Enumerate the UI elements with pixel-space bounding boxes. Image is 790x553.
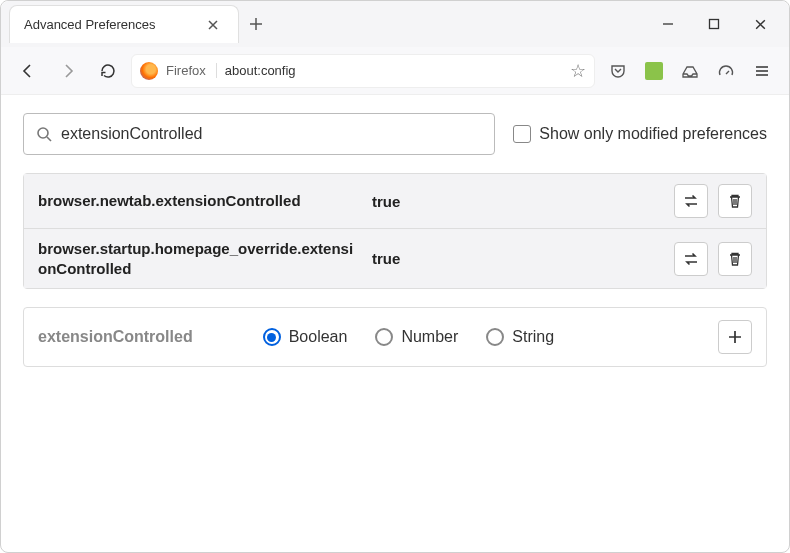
search-row: Show only modified preferences	[23, 113, 767, 155]
gauge-icon[interactable]	[709, 54, 743, 88]
maximize-button[interactable]	[691, 4, 737, 44]
browser-tab[interactable]: Advanced Preferences	[9, 5, 239, 43]
modified-only-label: Show only modified preferences	[539, 125, 767, 143]
type-option-number[interactable]: Number	[375, 328, 458, 346]
pref-name: browser.startup.homepage_override.extens…	[38, 239, 358, 278]
close-window-button[interactable]	[737, 4, 783, 44]
new-tab-button[interactable]	[241, 9, 271, 39]
svg-point-1	[38, 128, 48, 138]
extension-icon[interactable]	[637, 54, 671, 88]
type-label: Boolean	[289, 328, 348, 346]
titlebar: Advanced Preferences	[1, 1, 789, 47]
pref-actions	[674, 242, 752, 276]
close-tab-icon[interactable]	[198, 10, 228, 40]
url-bar[interactable]: Firefox about:config ☆	[131, 54, 595, 88]
tab-title: Advanced Preferences	[24, 17, 190, 32]
radio-icon[interactable]	[263, 328, 281, 346]
pref-actions	[674, 184, 752, 218]
inbox-icon[interactable]	[673, 54, 707, 88]
checkbox-icon[interactable]	[513, 125, 531, 143]
nav-toolbar: Firefox about:config ☆	[1, 47, 789, 95]
toggle-button[interactable]	[674, 184, 708, 218]
pref-row[interactable]: browser.startup.homepage_override.extens…	[24, 229, 766, 288]
toolbar-icons	[601, 54, 779, 88]
window-controls	[645, 4, 789, 44]
identity-label: Firefox	[166, 63, 217, 78]
type-option-string[interactable]: String	[486, 328, 554, 346]
delete-button[interactable]	[718, 184, 752, 218]
type-label: Number	[401, 328, 458, 346]
browser-window: Advanced Preferences	[0, 0, 790, 553]
search-icon	[36, 126, 53, 143]
pref-value: true	[372, 250, 660, 267]
pref-list: browser.newtab.extensionControlled true …	[23, 173, 767, 289]
pocket-icon[interactable]	[601, 54, 635, 88]
aboutconfig-content: Show only modified preferences browser.n…	[1, 95, 789, 552]
radio-icon[interactable]	[486, 328, 504, 346]
toggle-button[interactable]	[674, 242, 708, 276]
type-label: String	[512, 328, 554, 346]
new-pref-name: extensionControlled	[38, 328, 193, 346]
delete-button[interactable]	[718, 242, 752, 276]
modified-only-toggle[interactable]: Show only modified preferences	[513, 125, 767, 143]
forward-button[interactable]	[51, 54, 85, 88]
reload-button[interactable]	[91, 54, 125, 88]
menu-button[interactable]	[745, 54, 779, 88]
type-option-boolean[interactable]: Boolean	[263, 328, 348, 346]
radio-icon[interactable]	[375, 328, 393, 346]
bookmark-star-icon[interactable]: ☆	[570, 60, 586, 82]
pref-value: true	[372, 193, 660, 210]
url-text[interactable]: about:config	[225, 63, 562, 78]
search-box[interactable]	[23, 113, 495, 155]
pref-name: browser.newtab.extensionControlled	[38, 191, 358, 211]
add-pref-button[interactable]	[718, 320, 752, 354]
pref-row[interactable]: browser.newtab.extensionControlled true	[24, 174, 766, 229]
search-input[interactable]	[61, 125, 482, 143]
new-pref-row: extensionControlled Boolean Number Strin…	[23, 307, 767, 367]
back-button[interactable]	[11, 54, 45, 88]
firefox-logo-icon	[140, 62, 158, 80]
type-radio-group: Boolean Number String	[263, 328, 698, 346]
minimize-button[interactable]	[645, 4, 691, 44]
svg-rect-0	[710, 20, 719, 29]
